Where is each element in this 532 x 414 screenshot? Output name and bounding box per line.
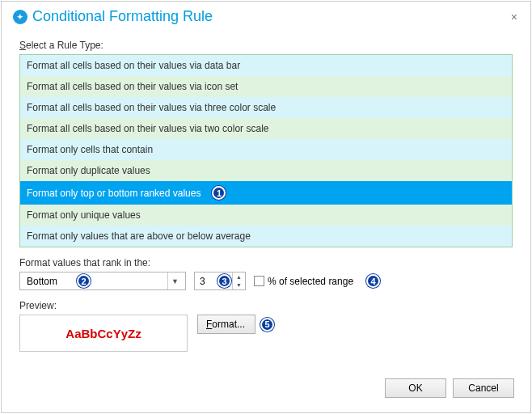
rule-type-item[interactable]: Format only duplicate values [20,160,512,181]
rule-type-item[interactable]: Format only top or bottom ranked values1 [20,181,512,205]
rule-type-item-label: Format all cells based on their values v… [27,102,276,113]
rule-type-item-label: Format all cells based on their values v… [27,60,240,71]
spinner-buttons[interactable]: ▲ ▼ [232,272,245,289]
percent-label: % of selected range [268,276,353,287]
rule-type-item-label: Format only values that are above or bel… [27,230,251,242]
preview-label: Preview: [19,300,513,311]
titlebar: ✦ Conditional Formatting Rule × [2,2,530,30]
format-preview: AaBbCcYyZz [19,315,188,352]
chevron-down-icon[interactable]: ▼ [233,281,245,290]
format-button-rest: ormat... [212,319,245,330]
preview-row: AaBbCcYyZz Format... 5 [19,315,513,352]
rank-direction-dropdown[interactable]: Bottom 2 ▼ [19,272,186,290]
callout-5: 5 [260,318,274,332]
ok-button[interactable]: OK [385,378,446,398]
callout-3: 3 [217,274,231,288]
checkbox-box[interactable] [254,276,264,286]
rule-type-item-label: Format all cells based on their values v… [27,81,238,92]
rule-type-item-label: Format all cells based on their values v… [27,123,268,134]
rank-count-value: 3 [200,276,205,287]
rule-type-item[interactable]: Format all cells based on their values v… [20,118,512,139]
rule-type-item[interactable]: Format all cells based on their values v… [20,76,512,97]
app-icon: ✦ [13,10,27,24]
rule-type-list: Format all cells based on their values v… [19,54,513,247]
rank-label: Format values that rank in the: [19,257,513,268]
rule-type-item-label: Format only unique values [27,209,141,221]
rank-count-spinner[interactable]: 3 3 ▲ ▼ [194,272,246,290]
dialog-body: Select a Rule Type: Format all cells bas… [2,30,530,360]
rule-type-item[interactable]: Format only values that are above or bel… [20,226,512,247]
select-rule-type-label: Select a Rule Type: [19,40,513,51]
rule-type-item[interactable]: Format only unique values [20,205,512,226]
callout-4: 4 [366,274,380,288]
cancel-button[interactable]: Cancel [453,378,514,398]
rule-type-item-label: Format only cells that contain [27,144,153,155]
dialog-title: Conditional Formatting Rule [32,8,213,25]
rank-controls: Bottom 2 ▼ 3 3 ▲ ▼ % of selected range 4 [19,272,513,290]
dialog-frame: ✦ Conditional Formatting Rule × Select a… [1,1,531,413]
chevron-down-icon: ▼ [167,272,182,289]
rule-type-item-label: Format only duplicate values [27,165,150,176]
dialog-footer: OK Cancel [385,378,514,398]
rule-type-item[interactable]: Format only cells that contain [20,139,512,160]
callout-2: 2 [77,274,91,288]
rule-type-item[interactable]: Format all cells based on their values v… [20,55,512,76]
rule-type-item[interactable]: Format all cells based on their values v… [20,97,512,118]
format-button[interactable]: Format... [197,315,255,334]
close-icon[interactable]: × [506,9,522,25]
chevron-up-icon[interactable]: ▲ [233,272,245,281]
rule-type-item-label: Format only top or bottom ranked values [27,188,201,199]
callout-1: 1 [212,186,226,200]
rank-direction-value: Bottom [27,276,57,287]
percent-checkbox[interactable]: % of selected range [254,276,353,287]
